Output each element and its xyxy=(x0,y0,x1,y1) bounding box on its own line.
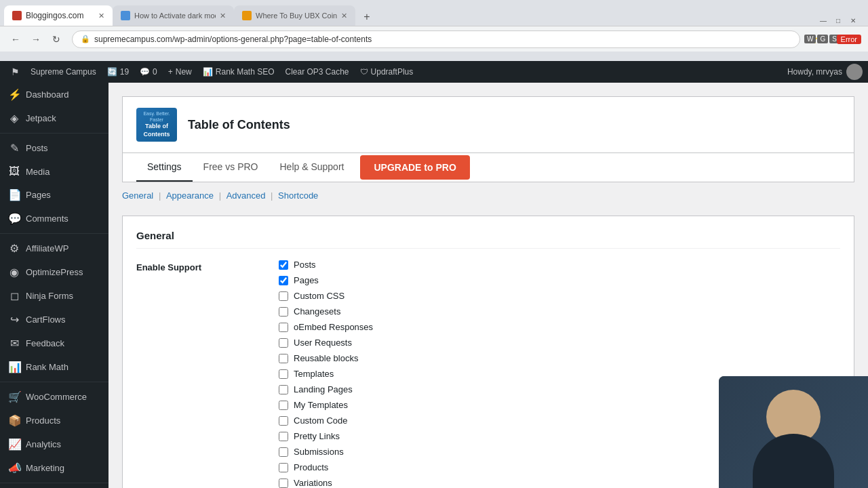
media-icon: 🖼 xyxy=(8,165,20,178)
subnav-shortcode[interactable]: Shortcode xyxy=(278,190,318,201)
subnav-advanced[interactable]: Advanced xyxy=(226,190,266,201)
checkbox-label-products: Products xyxy=(294,462,328,472)
sidebar-item-pages[interactable]: 📄 Pages xyxy=(0,183,108,207)
subnav-general[interactable]: General xyxy=(122,190,153,201)
site-name-item[interactable]: Supreme Campus xyxy=(25,61,102,83)
feedback-icon: ✉ xyxy=(8,337,20,350)
admin-avatar xyxy=(846,64,863,80)
updates-item[interactable]: 🔄 19 xyxy=(102,61,134,83)
browser-tab-3[interactable]: Where To Buy UBX Coin : 5 Cry... ✕ xyxy=(234,5,355,26)
sidebar-item-media[interactable]: 🖼 Media xyxy=(0,160,108,183)
checkbox-input-custom-code[interactable] xyxy=(279,416,288,426)
checkbox-input-my-templates[interactable] xyxy=(279,401,288,410)
sidebar-item-ninja-forms[interactable]: ◻ Ninja Forms xyxy=(0,284,108,308)
minimize-button[interactable]: — xyxy=(818,15,829,26)
comments-item[interactable]: 💬 0 xyxy=(134,61,163,83)
sidebar-label-rank-math: Rank Math xyxy=(26,362,68,372)
sidebar-item-posts[interactable]: ✎ Posts xyxy=(0,136,108,160)
sidebar-item-optimizepress[interactable]: ◉ OptimizePress xyxy=(0,260,108,284)
checkbox-input-changesets[interactable] xyxy=(279,307,288,317)
sidebar-item-woocommerce[interactable]: 🛒 WooCommerce xyxy=(0,385,108,409)
checkbox-input-submissions[interactable] xyxy=(279,447,288,457)
checkbox-label-my-templates: My Templates xyxy=(294,400,348,410)
checkbox-input-reusable-blocks[interactable] xyxy=(279,354,288,363)
error-badge: Error xyxy=(837,35,861,44)
checkbox-input-custom-css[interactable] xyxy=(279,291,288,301)
checkbox-posts: Posts xyxy=(279,260,840,270)
browser-tab-2[interactable]: How to Activate dark mode on s... ✕ xyxy=(113,5,234,26)
maximize-button[interactable]: □ xyxy=(833,15,844,26)
sidebar-label-optimizepress: OptimizePress xyxy=(26,267,83,277)
sidebar-item-dashboard[interactable]: ⚡ Dashboard xyxy=(0,83,108,106)
checkbox-input-pretty-links[interactable] xyxy=(279,432,288,441)
jetpack-icon: ◈ xyxy=(8,112,20,125)
forward-button[interactable]: → xyxy=(27,30,45,48)
tab-upgrade[interactable]: UPGRADE to PRO xyxy=(360,155,469,180)
checkbox-changesets: Changesets xyxy=(279,306,840,317)
tab-close-3[interactable]: ✕ xyxy=(341,12,347,20)
checkbox-label-custom-css: Custom CSS xyxy=(294,291,344,301)
video-person xyxy=(719,376,868,488)
extension-icon-2[interactable]: G xyxy=(817,35,828,43)
sub-nav-sep-3: | xyxy=(271,190,275,201)
subnav-appearance[interactable]: Appearance xyxy=(166,190,214,201)
checkbox-input-templates[interactable] xyxy=(279,369,288,379)
refresh-button[interactable]: ↻ xyxy=(47,30,65,48)
woocommerce-icon: 🛒 xyxy=(8,390,20,403)
sidebar-item-affiliatewp[interactable]: ⚙ AffiliateWP xyxy=(0,237,108,260)
checkbox-input-pages[interactable] xyxy=(279,276,288,285)
checkbox-input-user-requests[interactable] xyxy=(279,338,288,348)
sidebar-item-comments[interactable]: 💬 Comments xyxy=(0,207,108,230)
tab-close-2[interactable]: ✕ xyxy=(220,12,226,20)
checkbox-input-posts[interactable] xyxy=(279,260,288,270)
plugin-title: Table of Contents xyxy=(188,118,290,132)
sidebar-label-comments: Comments xyxy=(26,214,68,224)
sidebar-item-products[interactable]: 📦 Products xyxy=(0,409,108,432)
updates-count: 19 xyxy=(120,67,129,77)
address-bar[interactable]: 🔒 supremecampus.com/wp-admin/options-gen… xyxy=(72,30,800,48)
updates-icon: 🔄 xyxy=(107,67,117,77)
rank-math-item[interactable]: 📊 Rank Math SEO xyxy=(197,61,280,83)
person-body xyxy=(753,434,834,488)
plugin-logo-text: Easy. Better. Faster Table of Contents xyxy=(136,110,177,139)
sidebar-divider-2 xyxy=(0,233,108,234)
sidebar-label-cartflows: CartFlows xyxy=(26,314,66,325)
sidebar-item-feedback[interactable]: ✉ Feedback xyxy=(0,331,108,355)
checkbox-input-variations[interactable] xyxy=(279,479,288,488)
wp-admin-bar: ⚑ Supreme Campus 🔄 19 💬 0 + New 📊 Rank M… xyxy=(0,61,868,83)
sidebar-item-marketing[interactable]: 📣 Marketing xyxy=(0,456,108,480)
new-tab-button[interactable]: + xyxy=(358,8,376,26)
section-title: General xyxy=(136,230,840,249)
checkbox-input-oembed[interactable] xyxy=(279,323,288,332)
wp-logo-item[interactable]: ⚑ xyxy=(5,61,25,83)
howdy-item[interactable]: Howdy, mrvyas xyxy=(787,64,863,80)
sidebar-item-analytics[interactable]: 📈 Analytics xyxy=(0,432,108,456)
back-button[interactable]: ← xyxy=(7,30,24,48)
sidebar-item-rank-math[interactable]: 📊 Rank Math xyxy=(0,355,108,379)
sidebar-label-dashboard: Dashboard xyxy=(26,89,69,100)
close-window-button[interactable]: ✕ xyxy=(848,15,859,26)
tab-free-vs-pro[interactable]: Free vs PRO xyxy=(193,153,269,182)
address-text: supremecampus.com/wp-admin/options-gener… xyxy=(94,35,372,44)
tab-title-3: Where To Buy UBX Coin : 5 Cry... xyxy=(256,12,337,20)
checkbox-input-products[interactable] xyxy=(279,463,288,472)
wp-sidebar: ⚡ Dashboard ◈ Jetpack ✎ Posts 🖼 Media 📄 … xyxy=(0,61,108,488)
checkbox-user-requests: User Requests xyxy=(279,338,840,348)
sidebar-item-cartflows[interactable]: ↪ CartFlows xyxy=(0,308,108,331)
browser-tab-active[interactable]: Bloggingos.com ✕ xyxy=(4,5,113,26)
sidebar-label-marketing: Marketing xyxy=(26,463,64,473)
sidebar-item-jetpack[interactable]: ◈ Jetpack xyxy=(0,106,108,130)
updraftplus-item[interactable]: 🛡 UpdraftPlus xyxy=(355,61,419,83)
tab-help-support[interactable]: Help & Support xyxy=(269,153,355,182)
affiliatewp-icon: ⚙ xyxy=(8,242,20,255)
updraftplus-label: UpdraftPlus xyxy=(371,67,414,77)
clear-cache-label: Clear OP3 Cache xyxy=(285,67,349,77)
checkbox-input-landing-pages[interactable] xyxy=(279,385,288,394)
tab-settings[interactable]: Settings xyxy=(136,153,193,182)
new-content-item[interactable]: + New xyxy=(163,61,197,83)
sidebar-label-ninja-forms: Ninja Forms xyxy=(26,291,73,301)
tab-close-1[interactable]: ✕ xyxy=(98,12,104,20)
logo-line1: Easy. Better. Faster xyxy=(136,110,177,123)
extension-icon-1[interactable]: W xyxy=(804,35,816,43)
clear-cache-item[interactable]: Clear OP3 Cache xyxy=(280,61,355,83)
